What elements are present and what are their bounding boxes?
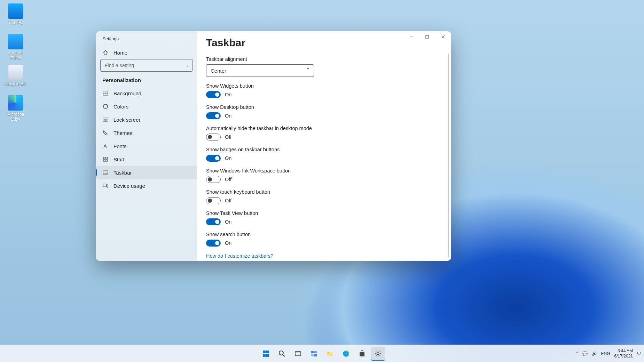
taskbar-settings-button[interactable]	[371, 347, 385, 361]
settings-window: Settings Home ⌕ Personalization Backgrou…	[96, 31, 451, 261]
scrollbar[interactable]	[448, 54, 449, 257]
toggle-label: Show Windows Ink Workspace button	[206, 168, 442, 174]
alignment-label: Taskbar alignment	[206, 56, 442, 62]
setting-toggle: Show Desktop buttonOn	[206, 104, 442, 119]
taskbar-widgets-button[interactable]	[307, 347, 321, 361]
sidebar-item-label: Fonts	[113, 143, 127, 149]
sidebar-item-themes[interactable]: Themes	[96, 126, 197, 139]
toggle-label: Show Widgets button	[206, 83, 442, 89]
edge-icon	[343, 350, 350, 357]
colors-icon	[102, 103, 109, 110]
taskbar-edge-button[interactable]	[339, 347, 353, 361]
taskbar-file-explorer-button[interactable]	[323, 347, 337, 361]
sidebar-item-colors[interactable]: Colors	[96, 100, 197, 113]
desktop-icon-recycle-bin[interactable]: Recycle Bin	[3, 65, 28, 86]
setting-toggle: Show search buttonOn	[206, 232, 442, 247]
desktop-icon-label: This PC	[3, 20, 28, 25]
sidebar-item-taskbar[interactable]: Taskbar	[96, 166, 197, 179]
toggle-switch[interactable]	[206, 91, 221, 98]
svg-rect-6	[103, 118, 108, 121]
desktop-icon-label: Recycle Bin	[3, 81, 28, 86]
sidebar-item-lock-screen[interactable]: Lock screen	[96, 113, 197, 126]
tray-chat-icon[interactable]: 💬	[582, 351, 588, 356]
taskbar: ˄ 💬 🔊 ENG 3:44 AM 6/17/2021 🗨	[0, 345, 644, 362]
toggle-switch[interactable]	[206, 155, 221, 162]
desktop-icon-this-pc[interactable]: This PC	[3, 3, 28, 25]
taskbar-task-view-button[interactable]	[291, 347, 305, 361]
sidebar-item-label: Themes	[113, 130, 132, 136]
desktop-icon-edge[interactable]: Microsoft Edge	[3, 95, 28, 122]
sidebar-item-label: Lock screen	[113, 117, 142, 123]
setting-toggle: Show touch keyboard buttonOff	[206, 189, 442, 204]
tray-time: 3:44 AM	[614, 348, 633, 353]
background-icon	[102, 90, 109, 96]
toggle-switch[interactable]	[206, 240, 221, 247]
toggle-switch[interactable]	[206, 134, 221, 140]
sidebar-item-fonts[interactable]: Fonts	[96, 139, 197, 153]
toggle-state: Off	[225, 177, 231, 182]
desktop-icon-label: Microsoft Edge	[3, 112, 28, 122]
desktop-icon-label: Control Panel	[3, 51, 28, 61]
toggle-switch[interactable]	[206, 218, 221, 225]
sidebar-item-label: Device usage	[113, 183, 145, 189]
toggle-switch[interactable]	[206, 197, 221, 204]
toggle-label: Automatically hide the taskbar in deskto…	[206, 126, 442, 131]
svg-rect-26	[311, 354, 314, 356]
svg-rect-9	[106, 157, 108, 159]
alignment-dropdown[interactable]: Center ˅	[206, 64, 314, 77]
tray-volume-icon[interactable]: 🔊	[592, 351, 597, 356]
toggle-state: On	[225, 219, 231, 225]
toggle-switch[interactable]	[206, 112, 221, 119]
toggle-switch[interactable]	[206, 176, 221, 183]
taskbar-search-button[interactable]	[275, 347, 289, 361]
setting-toggle: Show badges on taskbar buttonsOn	[206, 147, 442, 162]
tray-notifications-icon[interactable]: 🗨	[637, 351, 641, 356]
svg-rect-12	[103, 171, 108, 174]
sidebar-home[interactable]: Home	[96, 46, 197, 59]
search-input[interactable]	[100, 59, 193, 72]
svg-point-20	[279, 351, 283, 355]
svg-rect-15	[107, 185, 108, 187]
svg-line-21	[283, 355, 285, 356]
svg-rect-8	[103, 157, 105, 159]
tray-chevron-icon[interactable]: ˄	[576, 351, 578, 356]
help-link[interactable]: How do I customize taskbars?	[206, 253, 273, 259]
setting-toggle: Show Task View buttonOn	[206, 210, 442, 225]
svg-rect-19	[266, 354, 269, 357]
taskbar-store-button[interactable]	[355, 347, 369, 361]
edge-icon	[8, 95, 23, 111]
app-title: Settings	[96, 36, 197, 46]
toggle-label: Show Desktop button	[206, 104, 442, 110]
file-explorer-icon	[327, 350, 333, 357]
toggle-state: Off	[225, 134, 231, 140]
tray-lang[interactable]: ENG	[601, 351, 610, 356]
sidebar-item-label: Start	[113, 156, 125, 162]
sidebar-category: Personalization	[96, 75, 197, 87]
sidebar-item-background[interactable]: Background	[96, 87, 197, 100]
chevron-down-icon: ˅	[307, 67, 309, 74]
widgets-icon	[311, 350, 317, 357]
taskbar-start-button[interactable]	[259, 347, 273, 361]
sidebar-item-start[interactable]: Start	[96, 153, 197, 166]
svg-rect-7	[105, 119, 106, 120]
toggle-label: Show touch keyboard button	[206, 189, 442, 195]
svg-rect-16	[263, 351, 266, 353]
svg-rect-4	[103, 91, 108, 95]
tray-clock[interactable]: 3:44 AM 6/17/2021	[614, 348, 633, 359]
setting-toggle: Show Windows Ink Workspace buttonOff	[206, 168, 442, 183]
sidebar-item-label: Background	[113, 90, 141, 96]
search-icon	[278, 350, 285, 357]
sidebar-item-label: Taskbar	[113, 170, 132, 176]
toggle-label: Show Task View button	[206, 210, 442, 216]
home-icon	[102, 49, 109, 56]
this-pc-icon	[8, 3, 23, 19]
toggle-state: On	[225, 92, 231, 97]
sidebar-item-device-usage[interactable]: Device usage	[96, 179, 197, 192]
desktop-icon-control-panel[interactable]: Control Panel	[3, 34, 28, 61]
search-wrap: ⌕	[96, 59, 197, 75]
sidebar-home-label: Home	[113, 50, 127, 56]
settings-sidebar: Settings Home ⌕ Personalization Backgrou…	[96, 31, 197, 261]
themes-icon	[102, 130, 109, 136]
svg-rect-11	[106, 160, 108, 161]
alignment-value: Center	[211, 68, 226, 74]
